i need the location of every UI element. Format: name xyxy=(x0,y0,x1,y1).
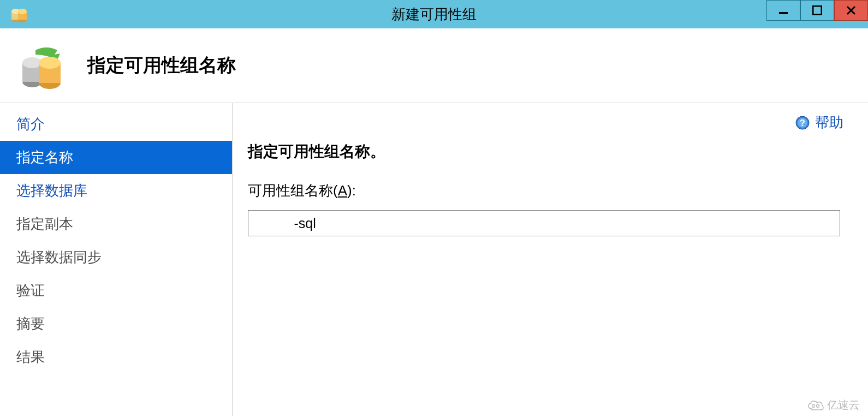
wizard-steps-sidebar: 简介 指定名称 选择数据库 指定副本 选择数据同步 验证 摘要 结果 xyxy=(0,103,233,416)
watermark: 亿速云 xyxy=(807,398,860,413)
sidebar-item-label: 摘要 xyxy=(16,315,45,332)
sidebar-item-summary[interactable]: 摘要 xyxy=(0,307,232,341)
availability-group-name-input[interactable] xyxy=(248,210,840,236)
minimize-button[interactable] xyxy=(766,0,800,21)
page-header: 指定可用性组名称 xyxy=(0,28,868,103)
content-heading: 指定可用性组名称。 xyxy=(248,141,853,162)
help-link-label: 帮助 xyxy=(815,113,843,132)
sidebar-item-label: 指定名称 xyxy=(16,149,73,165)
svg-rect-7 xyxy=(813,6,822,15)
wizard-content: ? 帮助 指定可用性组名称。 可用性组名称(A): xyxy=(233,103,868,416)
wizard-header-icon xyxy=(19,44,63,87)
maximize-button[interactable] xyxy=(800,0,834,21)
sidebar-item-result[interactable]: 结果 xyxy=(0,341,232,374)
sidebar-item-specify-name[interactable]: 指定名称 xyxy=(0,141,232,174)
svg-text:?: ? xyxy=(800,118,805,128)
sidebar-item-label: 验证 xyxy=(16,282,45,298)
sidebar-item-specify-replica[interactable]: 指定副本 xyxy=(0,207,232,241)
input-wrapper xyxy=(248,210,853,236)
help-icon: ? xyxy=(795,116,810,130)
window-controls xyxy=(766,0,868,21)
sidebar-item-label: 选择数据库 xyxy=(16,182,87,199)
sidebar-item-intro[interactable]: 简介 xyxy=(0,108,232,141)
svg-point-17 xyxy=(812,404,815,407)
availability-group-name-label: 可用性组名称(A): xyxy=(248,181,853,200)
sidebar-item-label: 指定副本 xyxy=(16,216,73,232)
titlebar: 新建可用性组 xyxy=(0,0,868,28)
watermark-text: 亿速云 xyxy=(827,398,860,413)
sidebar-item-label: 简介 xyxy=(16,116,45,132)
page-title: 指定可用性组名称 xyxy=(87,53,236,78)
svg-rect-6 xyxy=(779,12,788,14)
sidebar-item-label: 结果 xyxy=(16,349,45,365)
sidebar-item-label: 选择数据同步 xyxy=(16,249,102,265)
svg-point-13 xyxy=(39,57,61,69)
sidebar-item-select-database[interactable]: 选择数据库 xyxy=(0,174,232,207)
sidebar-item-validate[interactable]: 验证 xyxy=(0,274,232,307)
watermark-icon xyxy=(807,400,824,411)
window-title: 新建可用性组 xyxy=(391,5,477,24)
wizard-body: 简介 指定名称 选择数据库 指定副本 选择数据同步 验证 摘要 结果 xyxy=(0,103,868,416)
app-icon xyxy=(10,5,28,23)
close-button[interactable] xyxy=(834,0,868,21)
svg-point-18 xyxy=(817,404,819,407)
help-link[interactable]: ? 帮助 xyxy=(795,113,843,132)
svg-point-5 xyxy=(18,9,27,14)
sidebar-item-select-sync[interactable]: 选择数据同步 xyxy=(0,241,232,274)
